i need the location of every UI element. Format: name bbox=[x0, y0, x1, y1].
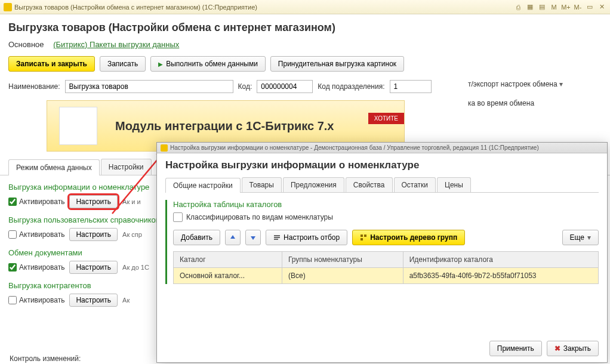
print-icon[interactable]: ⎙ bbox=[513, 2, 523, 12]
catalog-area: Настройка таблицы каталогов Классифициро… bbox=[165, 200, 599, 284]
banner-box-image bbox=[59, 107, 97, 145]
svg-marker-2 bbox=[230, 235, 235, 239]
col-catalog: Каталог bbox=[174, 252, 282, 268]
configure-documents-button[interactable]: Настроить bbox=[69, 261, 118, 274]
classify-checkbox[interactable]: Классифицировать по видам номенклатуры bbox=[173, 212, 333, 222]
calc-icon[interactable]: ▤ bbox=[537, 2, 547, 12]
trail-1: Ак и и bbox=[122, 198, 141, 205]
close-x-icon: ✖ bbox=[554, 344, 560, 353]
svg-rect-5 bbox=[274, 237, 280, 238]
export-settings-dropdown[interactable]: т/экспорт настроек обмена bbox=[468, 80, 603, 88]
add-button[interactable]: Добавить bbox=[173, 230, 220, 245]
app-icon bbox=[161, 144, 168, 152]
trail-4: Ак bbox=[122, 297, 130, 304]
front-page-title: Настройка выгрузки информации о номенкла… bbox=[165, 159, 599, 171]
more-button[interactable]: Еще bbox=[562, 230, 599, 245]
apply-button[interactable]: Применить bbox=[489, 341, 542, 356]
svg-rect-7 bbox=[361, 235, 363, 237]
col-id: Идентификатор каталога bbox=[403, 252, 598, 268]
move-up-button[interactable] bbox=[225, 230, 241, 245]
catalog-table: Каталог Группы номенклатуры Идентификато… bbox=[173, 251, 599, 284]
catalog-table-title: Настройка таблицы каталогов bbox=[173, 200, 599, 209]
table-row[interactable]: Основной каталог... (Все) a5fb3635-49fa-… bbox=[174, 268, 599, 284]
during-exchange-label: ка во время обмена bbox=[468, 99, 603, 107]
name-input[interactable] bbox=[65, 80, 233, 93]
front-titlebar: Настройка выгрузки информации о номенкла… bbox=[157, 143, 607, 153]
tab-prices[interactable]: Цены bbox=[437, 177, 471, 192]
save-close-button[interactable]: Записать и закрыть bbox=[8, 56, 95, 72]
tab-properties[interactable]: Свойства bbox=[346, 177, 393, 192]
activate-nomenclature-check[interactable]: Активировать bbox=[8, 198, 64, 206]
restore-icon[interactable]: ▭ bbox=[585, 2, 594, 12]
catalog-toolbar: Добавить Настроить отбор Настроить дерев… bbox=[173, 230, 599, 245]
m-icon-2[interactable]: M+ bbox=[561, 2, 571, 12]
m-icon-3[interactable]: M- bbox=[573, 2, 583, 12]
close-icon[interactable]: ✕ bbox=[597, 2, 606, 12]
activate-documents-check[interactable]: Активировать bbox=[8, 263, 64, 272]
activate-userrefs-check[interactable]: Активировать bbox=[8, 230, 64, 239]
play-icon: ▶ bbox=[158, 61, 163, 67]
svg-rect-4 bbox=[274, 235, 280, 236]
tab-goods[interactable]: Товары bbox=[242, 177, 282, 192]
tree-label: Настроить дерево групп bbox=[370, 233, 457, 242]
cell-groups: (Все) bbox=[282, 268, 403, 284]
trail-3: Ак до 1С bbox=[122, 264, 149, 271]
classify-label: Классифицировать по видам номенклатуры bbox=[186, 213, 333, 221]
filter-icon bbox=[273, 234, 281, 241]
close-label: Закрыть bbox=[563, 344, 591, 353]
calendar-icon[interactable]: ▦ bbox=[525, 2, 535, 12]
code-label: Код: bbox=[238, 82, 252, 91]
exchange-button[interactable]: ▶ Выполнить обмен данными bbox=[150, 56, 266, 72]
changes-control-label: Контроль изменений: bbox=[10, 354, 81, 363]
front-window-title: Настройка выгрузки информации о номенкла… bbox=[170, 144, 539, 151]
configure-nomenclature-button[interactable]: Настроить bbox=[69, 195, 118, 208]
configure-userrefs-button: Настроить bbox=[69, 228, 118, 241]
tree-icon bbox=[360, 234, 367, 241]
banner-text: Модуль интеграции с 1С-Битрикс 7.x bbox=[115, 119, 334, 133]
right-panel: т/экспорт настроек обмена ка во время об… bbox=[461, 14, 610, 131]
back-titlebar: Выгрузка товаров (Настройки обмена с инт… bbox=[0, 0, 610, 14]
tab-settings[interactable]: Настройки bbox=[101, 159, 152, 175]
link-main[interactable]: Основное bbox=[8, 40, 44, 49]
activate-contractors-check[interactable]: Активировать bbox=[8, 296, 64, 304]
checkbox-box bbox=[173, 212, 183, 222]
m-icon-1[interactable]: M bbox=[549, 2, 559, 12]
configure-tree-button[interactable]: Настроить дерево групп bbox=[352, 230, 465, 245]
tab-exchange-mode[interactable]: Режим обмена данных bbox=[8, 159, 100, 175]
cell-id: a5fb3635-49fa-40f6-9b72-b55fa0f71053 bbox=[403, 268, 598, 284]
exchange-label: Выполнить обмен данными bbox=[166, 60, 258, 68]
close-button[interactable]: ✖ Закрыть bbox=[547, 341, 599, 356]
dept-label: Код подразделения: bbox=[318, 82, 384, 91]
cell-catalog: Основной каталог... bbox=[174, 268, 282, 284]
app-icon bbox=[4, 3, 12, 11]
tab-offers[interactable]: Предложения bbox=[283, 177, 344, 192]
svg-rect-9 bbox=[361, 238, 363, 240]
tab-stock[interactable]: Остатки bbox=[394, 177, 436, 192]
svg-marker-3 bbox=[251, 236, 255, 240]
move-down-button[interactable] bbox=[245, 230, 261, 245]
front-dialog: Настройка выгрузки информации о номенкла… bbox=[156, 142, 608, 363]
front-tabs: Общие настройки Товары Предложения Свойс… bbox=[165, 177, 599, 193]
svg-rect-6 bbox=[274, 239, 278, 240]
code-input[interactable] bbox=[257, 80, 313, 93]
configure-contractors-button: Настроить bbox=[69, 294, 118, 307]
name-label: Наименование: bbox=[8, 82, 60, 91]
configure-filter-button[interactable]: Настроить отбор bbox=[266, 230, 347, 245]
force-images-button[interactable]: Принудительная выгрузка картинок bbox=[270, 56, 404, 72]
banner-cta[interactable]: ХОТИТЕ bbox=[368, 113, 404, 124]
back-window-title: Выгрузка товаров (Настройки обмена с инт… bbox=[14, 4, 257, 11]
link-bitrix[interactable]: (Битрикс) Пакеты выгрузки данных bbox=[53, 40, 179, 49]
front-footer: Применить ✖ Закрыть bbox=[489, 341, 599, 356]
svg-rect-8 bbox=[364, 235, 366, 237]
filter-label: Настроить отбор bbox=[284, 233, 340, 242]
tab-general[interactable]: Общие настройки bbox=[165, 178, 241, 193]
col-groups: Группы номенклатуры bbox=[282, 252, 403, 268]
save-button[interactable]: Записать bbox=[100, 56, 146, 72]
trail-2: Ак спр bbox=[122, 231, 142, 238]
dept-input[interactable] bbox=[390, 80, 432, 93]
